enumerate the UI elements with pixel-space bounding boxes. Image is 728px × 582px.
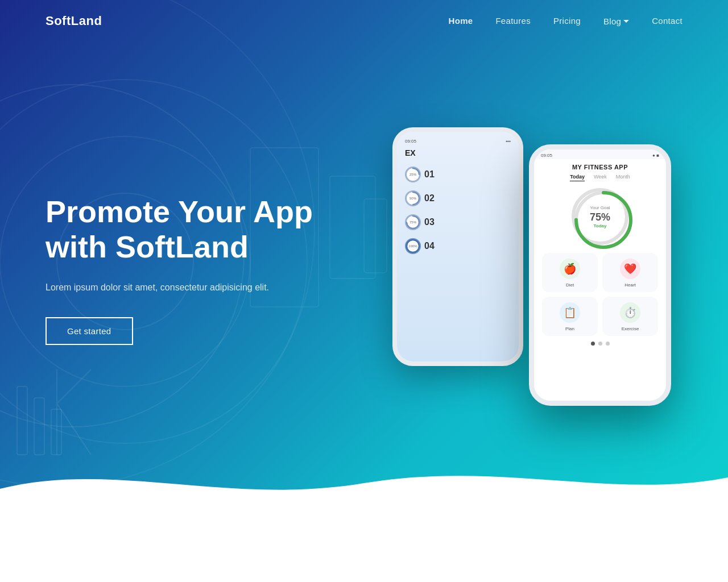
app-icon-diet[interactable]: 🍎 Diet: [542, 253, 598, 292]
app-title: MY FITNESS APP: [540, 164, 660, 171]
nav-links: Home Features Pricing Blog Contact: [449, 16, 682, 26]
hero-left: Promote Your App with SoftLand Lorem ips…: [46, 194, 364, 346]
nav-link-features[interactable]: Features: [495, 16, 531, 26]
exercise-label: Exercise: [622, 326, 639, 331]
svg-point-10: [407, 192, 419, 205]
hero-content: Promote Your App with SoftLand Lorem ips…: [0, 42, 728, 485]
nav-item-contact[interactable]: Contact: [652, 16, 682, 26]
hero-right: 09:05 ▪▪▪ EX 25% 01: [364, 110, 682, 429]
nav-link-contact[interactable]: Contact: [652, 16, 682, 26]
phone-status-bar: 09:05 ● ■: [534, 149, 666, 159]
nav-link-home[interactable]: Home: [449, 16, 473, 26]
phone-front: 09:05 ● ■ MY FITNESS APP Today Week Mont…: [529, 144, 671, 406]
progress-row-4: 100% 04: [405, 238, 511, 254]
nav-item-home[interactable]: Home: [449, 16, 473, 26]
phone-back-title: EX: [403, 148, 418, 157]
tab-month[interactable]: Month: [616, 174, 630, 181]
get-started-button[interactable]: Get started: [46, 317, 133, 345]
phone-screen: MY FITNESS APP Today Week Month: [534, 159, 666, 350]
chevron-down-icon: [623, 20, 629, 23]
heart-icon: ❤️: [620, 259, 640, 279]
goal-circle-container: Your Goal 75% Today: [540, 188, 660, 245]
tab-week[interactable]: Week: [594, 174, 607, 181]
progress-row-3: 75% 03: [405, 214, 511, 230]
navbar: SoftLand Home Features Pricing Blog Cont…: [0, 0, 728, 42]
phone-back-status-bar: 09:05 ▪▪▪: [403, 139, 513, 144]
app-icon-plan[interactable]: 📋 Plan: [542, 297, 598, 336]
carousel-dots: [540, 342, 660, 346]
progress-circle-4: 100%: [405, 238, 421, 254]
exercise-icon: ⏱️: [620, 302, 640, 323]
svg-point-12: [407, 240, 419, 252]
progress-row-1: 25% 01: [405, 167, 511, 182]
svg-point-9: [407, 168, 419, 181]
tab-bar: Today Week Month: [540, 174, 660, 181]
progress-circle-2: 50%: [405, 190, 421, 206]
bottom-section: [0, 512, 728, 582]
progress-items: 25% 01 50% 02: [403, 167, 513, 262]
nav-item-blog[interactable]: Blog: [603, 16, 629, 26]
hero-title: Promote Your App with SoftLand: [46, 194, 364, 264]
app-icon-heart[interactable]: ❤️ Heart: [602, 253, 658, 292]
progress-row-2: 50% 02: [405, 190, 511, 206]
goal-circle: Your Goal 75% Today: [572, 188, 628, 245]
app-icons-grid: 🍎 Diet ❤️ Heart 📋 Plan ⏱️: [540, 253, 660, 336]
dot-3[interactable]: [606, 342, 610, 346]
app-icon-exercise[interactable]: ⏱️ Exercise: [602, 297, 658, 336]
nav-link-blog[interactable]: Blog: [603, 16, 621, 26]
dot-2[interactable]: [598, 342, 602, 346]
hero-description: Lorem ipsum dolor sit amet, consectetur …: [46, 280, 290, 295]
svg-point-11: [407, 216, 419, 228]
progress-circle-1: 25%: [405, 167, 421, 182]
plan-icon: 📋: [560, 302, 580, 323]
plan-label: Plan: [565, 326, 574, 331]
nav-link-pricing[interactable]: Pricing: [553, 16, 581, 26]
diet-icon: 🍎: [560, 259, 580, 279]
nav-item-features[interactable]: Features: [495, 16, 531, 26]
dot-1[interactable]: [591, 342, 595, 346]
nav-item-pricing[interactable]: Pricing: [553, 16, 581, 26]
progress-circle-3: 75%: [405, 214, 421, 230]
diet-label: Diet: [566, 282, 574, 288]
phone-back: 09:05 ▪▪▪ EX 25% 01: [392, 127, 523, 366]
heart-label: Heart: [624, 282, 636, 288]
brand-logo[interactable]: SoftLand: [46, 14, 102, 28]
tab-today[interactable]: Today: [570, 174, 585, 181]
